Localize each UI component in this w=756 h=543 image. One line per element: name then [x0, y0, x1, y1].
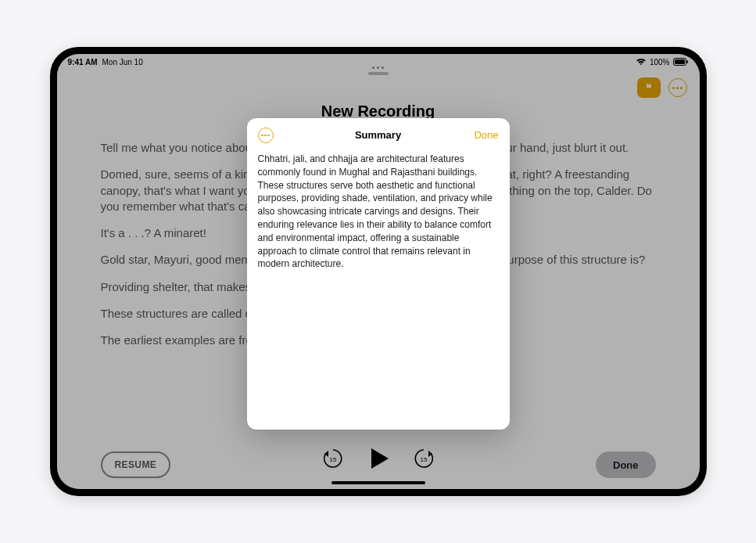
more-options-button[interactable]	[668, 78, 687, 97]
status-time: 9:41 AM	[68, 58, 98, 67]
device-screen: 9:41 AM Mon Jun 10 100%	[57, 54, 700, 489]
quote-button[interactable]: ❝	[637, 77, 661, 98]
summary-title: Summary	[258, 128, 499, 143]
stage: 9:41 AM Mon Jun 10 100%	[0, 0, 756, 543]
svg-rect-1	[675, 59, 685, 64]
battery-icon	[673, 58, 689, 66]
summary-done-button[interactable]: Done	[474, 128, 498, 143]
done-button[interactable]: Done	[596, 451, 656, 478]
wifi-icon	[636, 58, 647, 66]
summary-modal: Summary Done Chhatri, jali, and chhajja …	[247, 118, 510, 430]
status-battery-pct: 100%	[650, 58, 670, 67]
device-bezel: 9:41 AM Mon Jun 10 100%	[50, 47, 707, 496]
status-date: Mon Jun 10	[102, 58, 142, 67]
skip-forward-15-button[interactable]: 15	[412, 447, 435, 470]
summary-body: Chhatri, jali, and chhajja are architect…	[258, 153, 499, 271]
svg-rect-2	[686, 60, 688, 63]
pull-handle[interactable]	[57, 67, 700, 75]
skip-back-15-button[interactable]: 15	[321, 447, 345, 470]
home-indicator[interactable]	[331, 481, 425, 484]
svg-marker-5	[371, 448, 389, 469]
done-label: Done	[613, 459, 639, 471]
svg-text:15: 15	[329, 456, 336, 463]
quote-icon: ❝	[646, 81, 652, 94]
svg-text:15: 15	[420, 456, 427, 463]
play-button[interactable]	[365, 445, 392, 472]
summary-more-button[interactable]	[258, 128, 274, 143]
